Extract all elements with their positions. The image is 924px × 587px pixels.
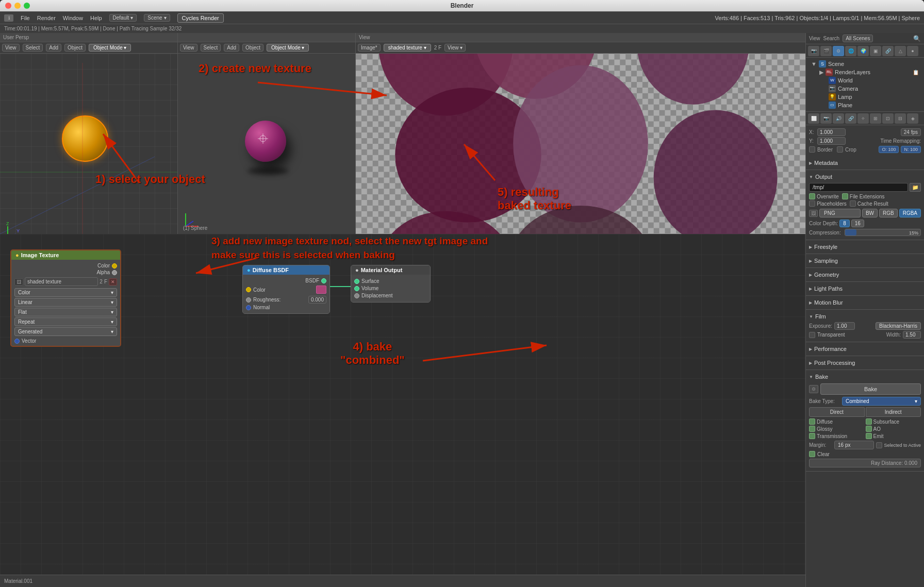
- viewport-3d-center[interactable]: View Select Add Object Object Mode ▾ (1)…: [178, 33, 356, 234]
- direct-indirect-row[interactable]: Direct Indirect: [809, 407, 921, 417]
- image-name[interactable]: shaded texture: [25, 277, 98, 286]
- color-dropdown[interactable]: Color ▾: [14, 288, 117, 297]
- props-data-icon[interactable]: △: [895, 46, 906, 56]
- view-menu[interactable]: View: [2, 44, 20, 52]
- linear-dropdown[interactable]: Linear ▾: [14, 298, 117, 307]
- metadata-header[interactable]: ▶ Metadata: [809, 158, 921, 167]
- all-scenes-btn[interactable]: All Scenes: [843, 35, 873, 42]
- ao-checkbox[interactable]: [866, 426, 872, 432]
- view-btn-right[interactable]: View: [359, 35, 370, 40]
- glossy-check-row[interactable]: Glossy: [809, 426, 865, 432]
- transparent-checkbox[interactable]: [809, 332, 815, 338]
- selected-active-checkbox[interactable]: [876, 442, 882, 448]
- icon-f[interactable]: ⊞: [870, 113, 881, 124]
- compression-row[interactable]: Compression: 15%: [809, 229, 921, 236]
- color-swatch[interactable]: [316, 286, 326, 294]
- world-item[interactable]: W World: [817, 76, 921, 85]
- close-button[interactable]: [5, 3, 11, 9]
- crop-check[interactable]: [837, 146, 843, 153]
- icon-i[interactable]: ◈: [907, 113, 918, 124]
- select-menu-c[interactable]: Select: [201, 44, 221, 52]
- margin-row[interactable]: Margin: 16 px Selected to Active: [809, 441, 921, 449]
- engine-dropdown[interactable]: Cycles Render: [177, 13, 224, 23]
- menu-help[interactable]: Help: [90, 15, 102, 21]
- x-input[interactable]: [817, 128, 846, 136]
- placeholders-check[interactable]: Placeholders: [809, 200, 847, 207]
- rgba-btn[interactable]: RGBA: [899, 209, 921, 217]
- viewport-3d-left[interactable]: User Persp View Select Add Object Object…: [0, 33, 178, 234]
- icon-e[interactable]: ✧: [857, 113, 869, 124]
- depth-16[interactable]: 16: [851, 220, 864, 227]
- props-scene-icon[interactable]: 🌐: [845, 46, 856, 56]
- viewport-toolbar-center[interactable]: View Select Add Object Object Mode ▾: [178, 42, 355, 54]
- image-selector[interactable]: 🖼 shaded texture 2 F ✕: [14, 277, 117, 286]
- clear-row[interactable]: Clear: [809, 451, 921, 457]
- rgb-btn[interactable]: RGB: [879, 209, 898, 217]
- post-processing-header[interactable]: ▶ Post Processing: [809, 358, 921, 367]
- subsurface-checkbox[interactable]: [866, 418, 872, 425]
- object-mode-center[interactable]: Object Mode ▾: [267, 44, 309, 52]
- performance-section[interactable]: ▶ Performance: [806, 342, 924, 356]
- minimize-button[interactable]: [14, 3, 21, 9]
- select-menu[interactable]: Select: [23, 44, 43, 52]
- object-mode-left[interactable]: Object Mode ▾: [89, 44, 131, 52]
- motion-blur-section[interactable]: ▶ Motion Blur: [806, 296, 924, 310]
- color-depth-row[interactable]: Color Depth: 8 16: [809, 220, 921, 227]
- emit-check-row[interactable]: Emit: [866, 433, 921, 439]
- props-render-icon[interactable]: 🎬: [820, 46, 832, 56]
- format-label[interactable]: PNG: [819, 209, 861, 217]
- path-row[interactable]: 📁: [809, 183, 921, 192]
- bw-btn[interactable]: BW: [862, 209, 878, 217]
- bake-type-row[interactable]: Bake Type: Combined ▾: [809, 397, 921, 406]
- selected-to-active-row[interactable]: Selected to Active: [876, 442, 921, 448]
- exposure-row[interactable]: Exposure: Blackman-Harris: [809, 322, 921, 330]
- file-ext-checkbox[interactable]: [842, 193, 848, 199]
- motion-blur-header[interactable]: ▶ Motion Blur: [809, 298, 921, 307]
- compression-slider[interactable]: 15%: [845, 229, 921, 236]
- indirect-btn[interactable]: Indirect: [866, 407, 921, 417]
- viewport-toolbar-right[interactable]: Image* shaded texture ▾ 2 F View ▾: [356, 42, 805, 54]
- width-input[interactable]: [903, 331, 921, 339]
- light-paths-section[interactable]: ▶ Light Paths: [806, 282, 924, 296]
- subsurface-check-row[interactable]: Subsurface: [866, 418, 921, 425]
- output-section[interactable]: ▼ Output 📁 Overwrite File Extensions Pla…: [806, 170, 924, 240]
- freestyle-section[interactable]: ▶ Freestyle: [806, 240, 924, 254]
- film-section[interactable]: ▼ Film Exposure: Blackman-Harris Transpa…: [806, 310, 924, 342]
- viewport-render-result[interactable]: View Image* shaded texture ▾ 2 F View ▾: [356, 33, 805, 234]
- renderlayers-expand[interactable]: ▶: [819, 69, 823, 76]
- cache-check[interactable]: Cache Result: [850, 200, 888, 207]
- icon-b[interactable]: 📷: [820, 113, 832, 124]
- ray-distance-row[interactable]: Ray Distance: 0.000: [809, 459, 921, 467]
- bake-btn-row[interactable]: ⚙ Bake: [809, 383, 921, 395]
- direct-btn[interactable]: Direct: [809, 407, 865, 417]
- output-path-input[interactable]: [809, 183, 908, 192]
- maximize-button[interactable]: [24, 3, 30, 9]
- fps-display[interactable]: 24 fps: [901, 128, 921, 136]
- workspace-dropdown[interactable]: Default ▾: [109, 14, 137, 22]
- node-canvas[interactable]: ● Image Texture Color Alpha 🖼 shaded tex…: [0, 234, 805, 575]
- ao-check-row[interactable]: AO: [866, 426, 921, 432]
- panel-search-icon[interactable]: 🔍: [913, 35, 921, 42]
- view-btn-panel[interactable]: View: [809, 36, 820, 41]
- right-panel-header[interactable]: View Search All Scenes 🔍: [806, 33, 924, 44]
- browse-icon[interactable]: 📁: [910, 183, 921, 192]
- bake-button[interactable]: Bake: [820, 383, 921, 395]
- format-row[interactable]: 🖼 PNG BW RGB RGBA: [809, 209, 921, 217]
- material-output-node[interactable]: ● Material Output Surface Volume Displac…: [351, 265, 431, 303]
- roughness-value[interactable]: 0.000: [308, 296, 326, 304]
- glossy-checkbox[interactable]: [809, 426, 815, 432]
- view-btn-render[interactable]: View ▾: [444, 44, 466, 52]
- transmission-checkbox[interactable]: [809, 433, 815, 439]
- diffuse-check-row[interactable]: Diffuse: [809, 418, 865, 425]
- bake-section[interactable]: ▼ Bake ⚙ Bake Bake Type: Combined ▾ Dire…: [806, 370, 924, 472]
- diffuse-checkbox[interactable]: [809, 418, 815, 425]
- view-menu-c[interactable]: View: [180, 44, 197, 52]
- icon-a[interactable]: ⬜: [808, 113, 819, 124]
- props-camera-icon[interactable]: 📷: [808, 46, 819, 56]
- clear-checkbox[interactable]: [809, 451, 815, 457]
- props-world-icon[interactable]: 🌍: [857, 46, 869, 56]
- sampling-header[interactable]: ▶ Sampling: [809, 256, 921, 265]
- menu-file[interactable]: File: [21, 15, 30, 21]
- icon-c[interactable]: 🔊: [833, 113, 844, 124]
- props-icons-row2[interactable]: ⬜ 📷 🔊 🔗 ✧ ⊞ ⊡ ⊟ ◈: [806, 112, 924, 125]
